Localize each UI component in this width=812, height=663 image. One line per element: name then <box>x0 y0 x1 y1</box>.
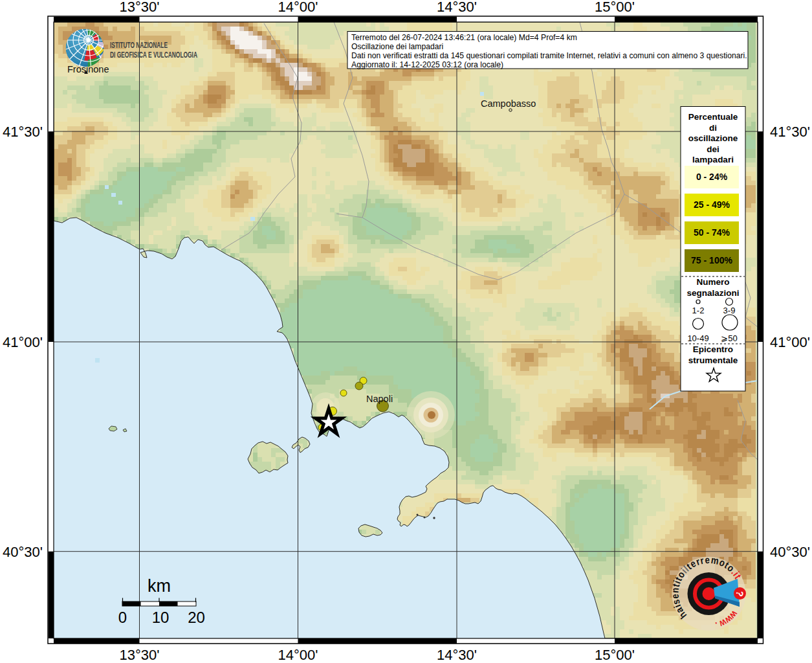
svg-text:e: e <box>669 594 681 600</box>
svg-text:25 - 49%: 25 - 49% <box>694 199 730 210</box>
svg-text:km: km <box>148 576 171 596</box>
svg-text:dei: dei <box>707 144 719 154</box>
svg-text:40°30': 40°30' <box>3 544 43 560</box>
svg-text:41°00': 41°00' <box>770 334 810 350</box>
svg-text:0: 0 <box>118 609 127 626</box>
svg-text:41°30': 41°30' <box>3 124 43 140</box>
svg-text:14°00': 14°00' <box>278 647 318 663</box>
svg-text:Numero: Numero <box>696 277 729 287</box>
svg-text:41°30': 41°30' <box>770 124 810 140</box>
svg-text:lampadari: lampadari <box>692 155 734 164</box>
svg-text:14°30': 14°30' <box>437 647 477 663</box>
svg-text:41°00': 41°00' <box>3 334 43 350</box>
svg-text:e: e <box>705 554 710 566</box>
svg-text:DI GEOFISICA E VULCANOLOGIA: DI GEOFISICA E VULCANOLOGIA <box>110 51 197 60</box>
svg-text:strumentale: strumentale <box>688 355 738 365</box>
svg-text:Napoli: Napoli <box>366 394 393 404</box>
svg-text:1-2: 1-2 <box>692 306 705 315</box>
svg-text:75 - 100%: 75 - 100% <box>691 255 732 265</box>
svg-text:13°30': 13°30' <box>120 0 160 15</box>
svg-text:ISTITUTO NAZIONALE: ISTITUTO NAZIONALE <box>110 41 168 50</box>
svg-text:14°00': 14°00' <box>278 0 318 15</box>
svg-text:13°30': 13°30' <box>120 647 160 663</box>
svg-text:Campobasso: Campobasso <box>481 98 536 109</box>
svg-text:Epicentro: Epicentro <box>693 344 733 354</box>
svg-text:Percentuale: Percentuale <box>688 112 738 122</box>
svg-text:15°00': 15°00' <box>595 647 635 663</box>
svg-text:Oscillazione dei lampadari: Oscillazione dei lampadari <box>351 42 443 51</box>
svg-text:40°30': 40°30' <box>770 544 810 560</box>
svg-text:14°30': 14°30' <box>437 0 477 15</box>
svg-text:Terremoto del 26-07-2024 13:46: Terremoto del 26-07-2024 13:46:21 (ora l… <box>351 33 577 42</box>
svg-text:50 - 74%: 50 - 74% <box>694 227 730 238</box>
svg-text:di: di <box>709 123 717 133</box>
svg-text:10-49: 10-49 <box>687 333 708 343</box>
svg-text:oscillazione: oscillazione <box>688 133 738 143</box>
svg-text:10: 10 <box>152 609 170 626</box>
svg-text:3-9: 3-9 <box>723 306 736 315</box>
svg-text:Aggiornato il: 14-12-2025 03:1: Aggiornato il: 14-12-2025 03:12 (ora loc… <box>351 60 503 69</box>
svg-text:segnalazioni: segnalazioni <box>686 288 739 298</box>
svg-text:0 - 24%: 0 - 24% <box>696 172 728 182</box>
svg-text:⩾50: ⩾50 <box>721 333 737 343</box>
svg-text:20: 20 <box>188 609 205 626</box>
svg-text:Dati non verificati estratti d: Dati non verificati estratti da 145 ques… <box>351 51 747 60</box>
svg-text:15°00': 15°00' <box>595 0 635 15</box>
